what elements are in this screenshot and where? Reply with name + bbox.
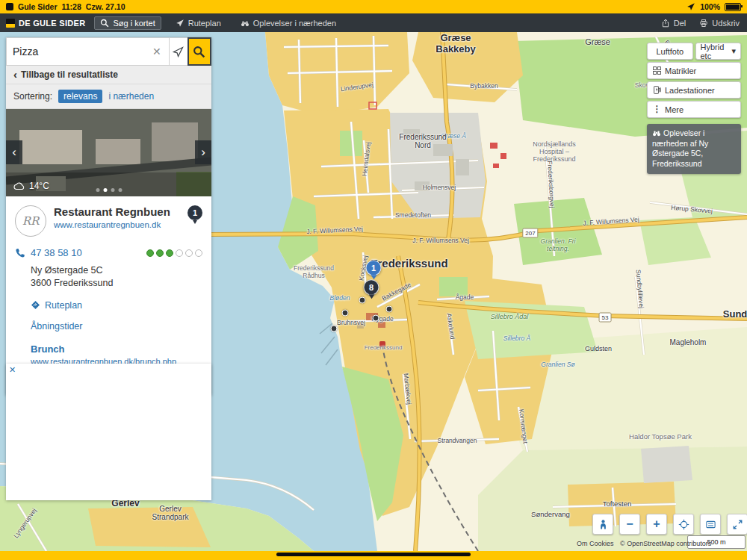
- map-attribution: Om Cookies © OpenStreetMap contributors: [577, 540, 716, 547]
- person-icon: [598, 519, 609, 530]
- share-button[interactable]: Del: [660, 17, 688, 29]
- opening-hours-link[interactable]: Åbningstider: [31, 321, 202, 332]
- tab-routeplan[interactable]: Ruteplan: [170, 17, 226, 29]
- battery-icon: [725, 3, 741, 11]
- map-tools: Luftfoto Hybrid etc ▾ Matrikler Ladestat…: [647, 43, 741, 174]
- luftfoto-label: Luftfoto: [656, 47, 684, 56]
- home-indicator[interactable]: [276, 553, 471, 556]
- cloud-icon: [13, 181, 26, 190]
- fullscreen-button[interactable]: [727, 514, 747, 535]
- sort-label: Sortering:: [13, 91, 52, 102]
- routeplan-link[interactable]: Ruteplan: [31, 300, 202, 311]
- rating-dot: [166, 249, 173, 257]
- map-marker-8[interactable]: 8: [364, 279, 379, 295]
- mere-label: Mere: [665, 105, 684, 114]
- sort-relevance-chip[interactable]: relevans: [58, 90, 102, 103]
- binoculars-icon: [241, 19, 249, 28]
- status-time: 11:28: [62, 2, 81, 11]
- listing-website-link[interactable]: www.restaurantregnbuen.dk: [54, 220, 170, 229]
- app-icon: [6, 3, 13, 10]
- rating-dot: [185, 249, 193, 257]
- rating-dots: [146, 249, 202, 257]
- brunch-link[interactable]: Brunch: [31, 343, 202, 355]
- streetview-button[interactable]: [592, 514, 613, 535]
- expand-icon: [732, 519, 743, 530]
- route-diamond-icon: [31, 300, 40, 310]
- back-to-results-link[interactable]: ‹ Tillbage til resultatliste: [6, 66, 211, 84]
- carousel-dot[interactable]: [111, 188, 114, 192]
- carousel-next-button[interactable]: ›: [195, 140, 211, 164]
- battery-percent: 100%: [700, 2, 720, 11]
- ad-panel: ✕: [6, 364, 211, 500]
- badge-number: 1: [193, 208, 197, 217]
- tab-search-map[interactable]: Søg i kortet: [94, 16, 161, 30]
- print-button[interactable]: Udskriv: [698, 17, 741, 29]
- map-controls: − +: [592, 514, 747, 535]
- search-bar: ✕: [6, 37, 211, 66]
- route-arrow-icon: [176, 19, 185, 28]
- zoom-out-button[interactable]: −: [619, 514, 640, 535]
- top-nav: DE GULE SIDER Søg i kortet Ruteplan Ople…: [0, 13, 747, 32]
- printer-icon: [699, 19, 708, 28]
- location-arrow-icon: [686, 2, 695, 11]
- location-arrow-icon: [173, 46, 184, 57]
- address-line-2: 3600 Frederikssund: [31, 277, 202, 290]
- brand-logo-icon: [6, 19, 15, 28]
- logo-monogram: RR: [22, 214, 40, 228]
- share-label: Del: [674, 19, 686, 28]
- weather-widget: 14°C: [13, 181, 49, 191]
- map-marker-1[interactable]: 1: [366, 260, 382, 276]
- matrikler-button[interactable]: Matrikler: [647, 62, 741, 79]
- temperature-label: 14°C: [29, 181, 49, 191]
- search-icon: [100, 19, 109, 28]
- locate-button[interactable]: [673, 514, 694, 535]
- listing-address: Ny Østergade 5C 3600 Frederikssund: [31, 264, 202, 290]
- plus-icon: +: [653, 517, 660, 531]
- phone-number-link[interactable]: 47 38 58 10: [31, 247, 82, 258]
- hours-label: Åbningstider: [31, 321, 83, 332]
- status-bar: Gule Sider 11:28 Czw. 27.10 100%: [0, 0, 747, 13]
- rating-dot: [156, 249, 164, 257]
- photo-carousel: ‹ › 14°C: [6, 109, 211, 196]
- hybrid-label: Hybrid etc: [701, 43, 729, 60]
- close-icon[interactable]: ✕: [9, 365, 16, 375]
- more-dots-icon: ⋮: [652, 105, 662, 114]
- rating-dot: [176, 249, 183, 257]
- ladestationer-button[interactable]: Ladestationer: [647, 81, 741, 99]
- mere-button[interactable]: ⋮ Mere: [647, 101, 741, 118]
- zoom-in-button[interactable]: +: [646, 514, 667, 535]
- chevron-left-icon: ‹: [12, 145, 16, 160]
- carousel-dot[interactable]: [118, 188, 122, 192]
- search-submit-button[interactable]: [187, 37, 211, 66]
- use-location-button[interactable]: [169, 37, 187, 66]
- ev-charger-icon: [652, 85, 662, 95]
- sort-nearby-link[interactable]: i nærheden: [108, 91, 154, 102]
- rating-dot: [195, 249, 202, 257]
- status-app-label: Gule Sider: [18, 2, 58, 11]
- legend-button[interactable]: [700, 514, 721, 535]
- search-panel: ✕ ‹ Tillbage til resultatliste Sortering…: [6, 37, 211, 395]
- status-date: Czw. 27.10: [86, 2, 125, 11]
- brand-label: DE GULE SIDER: [19, 19, 85, 28]
- hybrid-button[interactable]: Hybrid etc ▾: [695, 43, 742, 60]
- bottom-strip: [0, 551, 747, 560]
- listing-name: Restaurant Regnbuen: [54, 205, 170, 219]
- carousel-dot[interactable]: [103, 188, 107, 192]
- carousel-dot[interactable]: [96, 188, 99, 192]
- chevron-right-icon: ›: [201, 145, 205, 160]
- cookies-link[interactable]: Om Cookies: [577, 540, 614, 547]
- back-label: Tillbage til resultatliste: [21, 69, 118, 80]
- tab-search-label: Søg i kortet: [113, 19, 155, 28]
- address-line-1: Ny Østergade 5C: [31, 264, 202, 277]
- sort-bar: Sortering: relevans i nærheden: [6, 84, 211, 109]
- luftfoto-button[interactable]: Luftfoto: [647, 43, 693, 60]
- tab-nearby[interactable]: Oplevelser i nærheden: [235, 17, 341, 29]
- nearby-tooltip: Oplevelser i nærheden af Ny Østergade 5C…: [647, 124, 741, 174]
- minus-icon: −: [626, 517, 633, 531]
- clear-search-icon[interactable]: ✕: [149, 46, 164, 57]
- brand[interactable]: DE GULE SIDER: [6, 19, 85, 28]
- carousel-prev-button[interactable]: ‹: [6, 140, 22, 164]
- osm-link[interactable]: © OpenStreetMap contributors: [620, 540, 711, 547]
- listing-marker-badge: 1: [187, 205, 202, 220]
- search-input[interactable]: [11, 45, 149, 58]
